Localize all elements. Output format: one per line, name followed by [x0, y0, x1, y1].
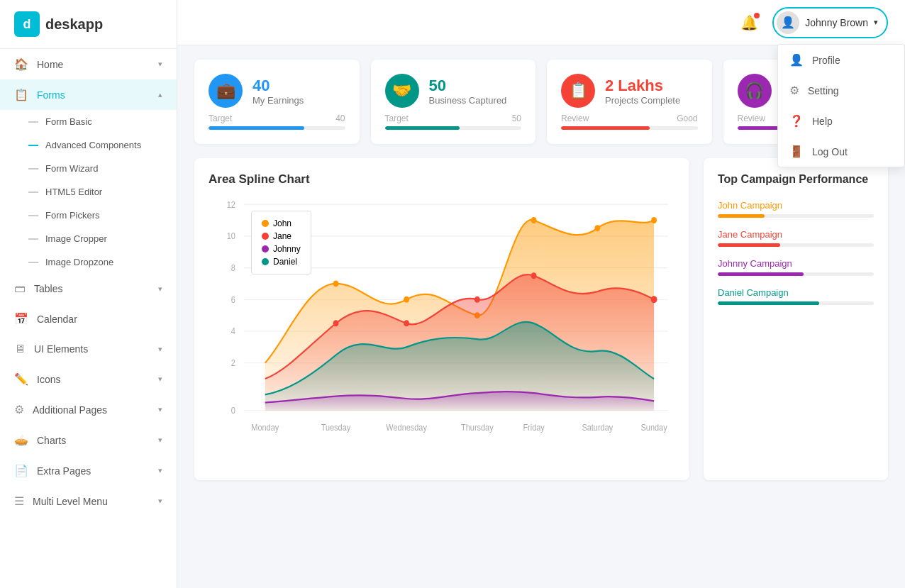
campaign-name-john: John Campaign: [718, 200, 874, 211]
svg-point-31: [651, 296, 657, 303]
campaign-fill-jane: [718, 243, 780, 247]
dropdown-label-setting: Setting: [808, 85, 839, 96]
forms-icon: 📋: [14, 88, 28, 101]
dash-icon: [28, 168, 38, 170]
sidebar-item-home[interactable]: 🏠 Home ▾: [0, 49, 177, 79]
sidebar-item-label-additional: Additional Pages: [33, 404, 107, 416]
chevron-up-icon: ▴: [158, 90, 162, 99]
legend-dot-john: [262, 220, 269, 227]
setting-icon: ⚙: [789, 84, 799, 97]
dropdown-item-setting[interactable]: ⚙ Setting: [778, 75, 904, 106]
sidebar-item-tables[interactable]: 🗃 Tables ▾: [0, 274, 177, 304]
svg-text:8: 8: [231, 262, 235, 272]
sidebar-subitem-html5-editor[interactable]: HTML5 Editor: [0, 180, 177, 204]
sidebar-item-extra-pages[interactable]: 📄 Extra Pages ▾: [0, 455, 177, 486]
earnings-value: 40: [252, 77, 304, 95]
campaign-item-johnny: Johnny Campaign: [718, 258, 874, 276]
sidebar-item-icons[interactable]: ✏️ Icons ▾: [0, 364, 177, 394]
svg-point-27: [333, 320, 338, 326]
svg-text:Tuesday: Tuesday: [321, 422, 351, 432]
review-icon: 🎧: [738, 74, 772, 108]
dropdown-item-profile[interactable]: 👤 Profile: [778, 45, 904, 75]
sidebar-item-forms[interactable]: 📋 Forms ▴: [0, 79, 177, 110]
business-progress-bar: [385, 126, 522, 130]
projects-label: Projects Complete: [605, 95, 680, 106]
campaign-title: Top Campaign Performance: [718, 172, 874, 187]
dropdown-item-logout[interactable]: 🚪 Log Out: [778, 136, 904, 167]
legend-item-jane: Jane: [262, 231, 301, 241]
user-name: Johnny Brown: [805, 17, 868, 28]
dash-icon: [28, 192, 38, 193]
chevron-down-icon: ▾: [874, 18, 878, 27]
sidebar-subitem-form-wizard[interactable]: Form Wizard: [0, 157, 177, 180]
help-icon: ❓: [789, 114, 804, 128]
sidebar-item-label-icons: Icons: [37, 374, 60, 385]
campaign-fill-johnny: [718, 272, 804, 276]
campaign-item-daniel: Daniel Campaign: [718, 287, 874, 305]
chevron-down-icon: ▾: [158, 436, 162, 445]
legend-item-daniel: Daniel: [262, 257, 301, 267]
legend-dot-daniel: [262, 258, 269, 265]
area-chart-card: Area Spline Chart John Jane: [194, 158, 689, 480]
business-label: Business Captured: [429, 95, 507, 106]
dash-icon: [28, 121, 38, 123]
business-icon: 🤝: [385, 74, 419, 108]
notification-button[interactable]: 🔔: [740, 14, 758, 31]
svg-text:Thursday: Thursday: [461, 422, 494, 432]
sidebar-item-label-charts: Charts: [37, 435, 66, 446]
home-icon: 🏠: [14, 57, 28, 71]
sidebar-nav: 🏠 Home ▾ 📋 Forms ▴ Form Basic Advanced C…: [0, 49, 177, 588]
projects-progress-label: Review: [561, 113, 589, 123]
svg-text:Monday: Monday: [251, 422, 279, 432]
sidebar-subitem-label-form-basic: Form Basic: [45, 116, 92, 127]
svg-text:6: 6: [231, 294, 235, 304]
sidebar-subitem-label-wizard: Form Wizard: [45, 163, 98, 174]
sidebar-item-additional-pages[interactable]: ⚙ Additional Pages ▾: [0, 394, 177, 425]
chart-svg-wrapper: John Jane Johnny Daniel: [209, 196, 675, 466]
projects-icon: 📋: [561, 74, 595, 108]
legend-label-daniel: Daniel: [273, 257, 297, 267]
legend-dot-jane: [262, 233, 269, 240]
business-progress-value: 50: [512, 113, 521, 123]
ui-elements-icon: 🖥: [14, 343, 26, 355]
sidebar-item-charts[interactable]: 🥧 Charts ▾: [0, 425, 177, 455]
sidebar-item-ui-elements[interactable]: 🖥 UI Elements ▾: [0, 334, 177, 364]
legend-item-john: John: [262, 218, 301, 228]
main-area: 🔔 👤 Johnny Brown ▾ 👤 Profile ⚙ Setting ❓…: [177, 0, 905, 588]
user-menu-button[interactable]: 👤 Johnny Brown ▾: [772, 7, 888, 38]
sidebar-subitem-form-basic[interactable]: Form Basic: [0, 110, 177, 133]
business-progress-label: Target: [385, 113, 409, 123]
svg-text:Wednesday: Wednesday: [386, 422, 427, 432]
svg-point-26: [651, 217, 657, 223]
sidebar-subitem-label-advanced: Advanced Components: [45, 140, 141, 150]
chart-section: Area Spline Chart John Jane: [194, 158, 888, 480]
earnings-bar-fill: [209, 126, 304, 130]
sidebar-subitem-form-pickers[interactable]: Form Pickers: [0, 204, 177, 227]
campaign-bar-john: [718, 214, 874, 218]
campaign-item-jane: Jane Campaign: [718, 229, 874, 247]
campaign-fill-john: [718, 214, 765, 218]
sidebar-item-label-home: Home: [37, 59, 63, 70]
svg-text:Friday: Friday: [523, 422, 545, 432]
projects-value: 2 Lakhs: [605, 77, 680, 95]
business-bar-fill: [385, 126, 460, 130]
chevron-down-icon: ▾: [158, 375, 162, 384]
sidebar-item-multi-level[interactable]: ☰ Multi Level Menu ▾: [0, 486, 177, 516]
notification-dot: [754, 13, 760, 18]
dropdown-item-help[interactable]: ❓ Help: [778, 106, 904, 136]
sidebar-item-calendar[interactable]: 📅 Calendar: [0, 304, 177, 334]
sidebar-subitem-label-pickers: Form Pickers: [45, 210, 100, 221]
svg-text:Sunday: Sunday: [641, 422, 667, 432]
sidebar-subitem-image-dropzone[interactable]: Image Dropzone: [0, 250, 177, 274]
chevron-down-icon: ▾: [158, 466, 162, 475]
legend-label-john: John: [273, 218, 292, 228]
sidebar-subitem-image-cropper[interactable]: Image Cropper: [0, 227, 177, 250]
svg-point-22: [404, 296, 409, 303]
additional-pages-icon: ⚙: [14, 403, 24, 416]
svg-point-25: [594, 225, 600, 231]
projects-bar-fill: [561, 126, 650, 130]
business-value: 50: [429, 77, 507, 95]
profile-icon: 👤: [789, 53, 804, 67]
sidebar-subitem-advanced-components[interactable]: Advanced Components: [0, 133, 177, 157]
icons-icon: ✏️: [14, 372, 28, 386]
